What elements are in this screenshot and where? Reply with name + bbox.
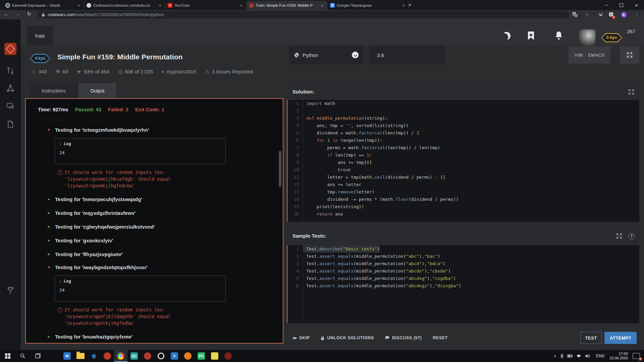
code-line: 3Test.assert_equals(middle_permutation("… bbox=[288, 260, 639, 267]
log-value: 24 bbox=[55, 284, 225, 293]
code-text: def middle_permutation(string): bbox=[303, 115, 388, 122]
code-line: 10 break bbox=[288, 166, 639, 174]
battery-icon[interactable] bbox=[567, 354, 573, 358]
search-button[interactable] bbox=[15, 350, 30, 362]
new-tab-button[interactable]: + bbox=[406, 2, 414, 8]
tab-close-icon[interactable]: × bbox=[239, 3, 244, 8]
maximize-button[interactable] bbox=[614, 0, 629, 10]
taskbar-app-app-ring[interactable] bbox=[154, 350, 168, 362]
codewars-logo-icon[interactable] bbox=[4, 43, 16, 55]
tab-instructions[interactable]: Instructions bbox=[29, 83, 78, 98]
minimize-button[interactable] bbox=[599, 0, 614, 10]
taskbar-app-chrome[interactable] bbox=[114, 350, 127, 362]
tab-close-icon[interactable]: × bbox=[320, 3, 325, 8]
docs-icon[interactable] bbox=[6, 120, 15, 129]
reload-button[interactable]: ↻ bbox=[25, 11, 33, 17]
network-wifi-icon[interactable] bbox=[576, 354, 581, 358]
action-center-icon[interactable]: 2 bbox=[633, 353, 640, 359]
vscode-icon: V bbox=[171, 352, 178, 360]
test-result-toggle[interactable]: ▸Testing for 'lnmorpecuhjfystxwqadg' bbox=[26, 196, 283, 203]
code-text: print(len(string)) bbox=[303, 203, 364, 210]
browser-profile-avatar[interactable]: E bbox=[621, 12, 627, 18]
close-button[interactable]: × bbox=[629, 0, 644, 10]
translate-extension-icon[interactable]: 文 2 bbox=[608, 12, 614, 18]
browser-tab[interactable]: YouTube× bbox=[165, 1, 246, 10]
test-result-toggle[interactable]: ▸Testing for 'flhyazjsvpgiumr' bbox=[26, 251, 283, 258]
bookmark-icon[interactable] bbox=[527, 31, 535, 42]
tab-close-icon[interactable]: × bbox=[76, 3, 81, 8]
taskbar-app-recorder[interactable] bbox=[221, 350, 235, 362]
keyboard-language[interactable]: ENG bbox=[596, 354, 605, 358]
log-header[interactable]: ▾Log bbox=[55, 138, 225, 146]
help-icon[interactable]: ? bbox=[628, 233, 635, 239]
dark-mode-moon-icon[interactable] bbox=[502, 32, 511, 40]
translate-icon[interactable]: A bbox=[572, 12, 578, 18]
code-line: 8 if len(tmp) == 1: bbox=[288, 152, 639, 159]
browser-tab[interactable]: Train: Simple Fun #159: Middle P× bbox=[246, 1, 327, 10]
reset-button[interactable]: RESET bbox=[427, 335, 453, 341]
python-icon bbox=[294, 52, 300, 58]
forward-button[interactable]: → bbox=[14, 11, 21, 17]
version-select[interactable]: 3.6 bbox=[370, 46, 445, 64]
back-button[interactable]: ← bbox=[3, 11, 10, 17]
output-scrollbar-thumb[interactable] bbox=[279, 151, 281, 187]
taskbar-app-qcad[interactable]: QC bbox=[127, 350, 141, 362]
taskbar-app-file-explorer[interactable] bbox=[74, 350, 87, 362]
leaderboard-trophy-icon[interactable] bbox=[6, 286, 15, 295]
discuss-57-button[interactable]: DISCUSS (57) bbox=[380, 335, 427, 341]
taskbar-app-edge[interactable]: e bbox=[87, 350, 101, 362]
test-button[interactable]: TEST bbox=[580, 332, 602, 344]
tab-close-icon[interactable]: × bbox=[158, 3, 162, 8]
test-result-toggle[interactable]: ▸Testing for 'cgbeyhqafwojpmrziulkstvxnd… bbox=[26, 223, 283, 230]
test-result-toggle[interactable]: ▾Testing for 'ictoegzmfuwkdjbvaqxlyrhn' bbox=[26, 126, 283, 133]
log-header[interactable]: ▾Log bbox=[55, 276, 225, 284]
paw-extension-icon[interactable] bbox=[598, 12, 603, 18]
volume-icon[interactable] bbox=[585, 354, 590, 358]
line-number: 6 bbox=[288, 137, 303, 144]
modules-icon[interactable] bbox=[6, 84, 15, 93]
vim-button[interactable]: VIM bbox=[575, 53, 583, 58]
solution-fullscreen-icon[interactable] bbox=[629, 89, 634, 95]
nav-kata-tab[interactable]: Kata bbox=[27, 26, 53, 45]
unlock-solutions-button[interactable]: UNLOCK SOLUTIONS bbox=[315, 335, 379, 341]
clock[interactable]: 17:00 23.06.2020 bbox=[609, 352, 628, 360]
skip-button[interactable]: ▶▶SKIP bbox=[288, 335, 315, 341]
task-view-button[interactable] bbox=[30, 350, 45, 362]
menu-kebab-icon[interactable]: ⋮ bbox=[634, 12, 640, 18]
start-button[interactable] bbox=[0, 350, 15, 362]
discourse-chat-icon[interactable] bbox=[6, 102, 15, 111]
emacs-button[interactable]: EMACS bbox=[588, 53, 604, 58]
codewars-navbar: Kata 5 kyu 267 bbox=[21, 19, 644, 45]
taskbar-app-app-orange[interactable] bbox=[181, 350, 195, 362]
taskbar-app-mail[interactable]: ✉ bbox=[60, 350, 74, 362]
code-text: return ans bbox=[303, 210, 343, 218]
test-result-toggle[interactable]: ▸Testing for 'mqyxdgzlhrintasfewv' bbox=[26, 209, 283, 217]
bluetooth-icon[interactable] bbox=[560, 354, 564, 358]
sample-fullscreen-icon[interactable] bbox=[616, 233, 622, 239]
test-result-toggle[interactable]: ▸Testing for 'gxonkcslyiv' bbox=[26, 237, 283, 244]
bookmark-star-icon[interactable]: ☆ bbox=[584, 12, 590, 18]
browser-tab[interactable]: Google Переводчик× bbox=[327, 1, 409, 10]
browser-tab[interactable]: Codewars/codewars.com/kata-so× bbox=[84, 1, 165, 10]
address-bar[interactable]: codewars.com/kata/58ad317d1541651a740000… bbox=[38, 11, 569, 18]
taskbar-app-vscode[interactable]: V bbox=[168, 350, 181, 362]
taskbar-app-app-yellow[interactable] bbox=[208, 350, 221, 362]
solution-editor[interactable]: 1import math23def middle_permutation(str… bbox=[287, 100, 639, 222]
tab-close-icon[interactable]: × bbox=[401, 3, 406, 8]
taskbar-app-pycharm[interactable]: PC bbox=[195, 350, 208, 362]
taskbar-app-app-crimson[interactable] bbox=[141, 350, 154, 362]
hidden-icons-chevron[interactable]: ∧ bbox=[554, 354, 556, 358]
test-result-toggle[interactable]: ▸Testing for 'bnuwhaztgqciyfxme' bbox=[26, 333, 283, 340]
sample-tests-editor[interactable]: 1Test.describe("Basic tests")2Test.asser… bbox=[287, 245, 639, 323]
notifications-bell-icon[interactable] bbox=[555, 31, 563, 42]
compare-icon[interactable] bbox=[6, 66, 15, 75]
tab-output[interactable]: Output bbox=[79, 83, 116, 98]
taskbar-app-app-red[interactable] bbox=[101, 350, 114, 362]
user-avatar[interactable] bbox=[579, 29, 595, 46]
browser-tab[interactable]: Евгений Карташев – Stepik× bbox=[3, 1, 84, 10]
attempt-button[interactable]: ATTEMPT bbox=[604, 332, 637, 344]
editor-fullscreen-button[interactable] bbox=[620, 46, 639, 64]
test-result-toggle[interactable]: ▾Testing for 'iwaybgndzelqtopxfkhjvusr' bbox=[26, 264, 283, 271]
expand-triangle-icon: ▸ bbox=[48, 251, 50, 258]
language-select[interactable]: Python bbox=[289, 46, 363, 64]
